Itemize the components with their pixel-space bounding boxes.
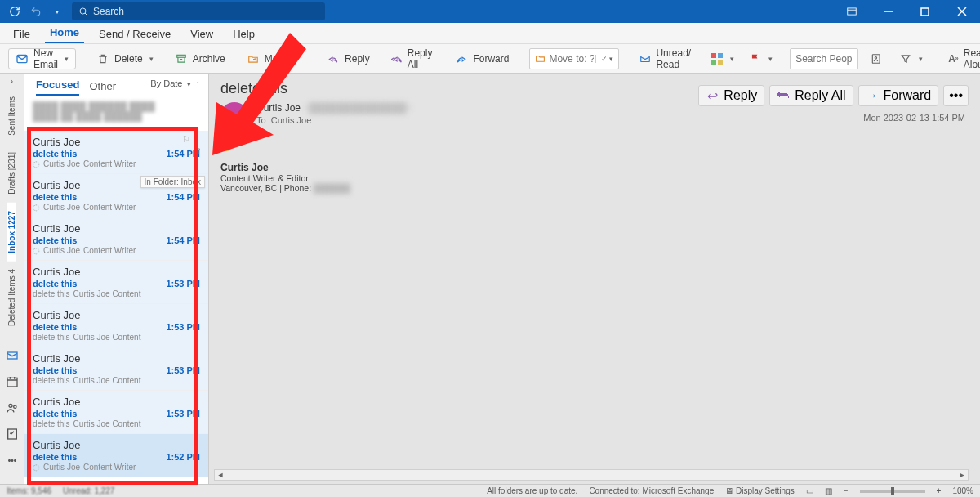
- menu-send-receive[interactable]: Send / Receive: [94, 25, 176, 43]
- message-time: 1:54 PM: [166, 192, 200, 202]
- mail-icon: [16, 52, 29, 65]
- reading-horizontal-scrollbar[interactable]: ◄►: [214, 469, 969, 481]
- message-item[interactable]: Curtis Joedelete this1:52 PM◌Curtis Joe …: [24, 434, 208, 477]
- message-subject: delete this: [33, 365, 77, 375]
- message-item[interactable]: Curtis Joedelete this1:53 PMdelete this …: [24, 391, 208, 434]
- global-search[interactable]: [72, 2, 325, 20]
- sync-icon[interactable]: [7, 3, 23, 20]
- more-modules-icon[interactable]: •••: [5, 453, 20, 468]
- message-item[interactable]: Curtis Joedelete this1:53 PMdelete this …: [24, 261, 208, 304]
- todo-module-icon[interactable]: [5, 427, 20, 441]
- view-normal-icon[interactable]: ▭: [806, 486, 813, 495]
- rp-subject: delete this: [220, 80, 969, 97]
- message-preview: ◌Curtis Joe Content Writer: [33, 246, 200, 255]
- message-time: 1:53 PM: [166, 409, 200, 419]
- svg-point-14: [875, 56, 876, 58]
- flag-icon[interactable]: ⚐: [182, 134, 190, 145]
- message-item[interactable]: Curtis Joedelete this1:54 PM◌Curtis Joe …: [24, 217, 208, 261]
- zoom-out-icon[interactable]: −: [844, 486, 849, 495]
- flag-button[interactable]: ▾: [745, 48, 777, 69]
- address-book-button[interactable]: [865, 48, 888, 69]
- svg-point-22: [14, 405, 16, 408]
- message-item[interactable]: Curtis Joedelete this1:53 PMdelete this …: [24, 347, 208, 391]
- move-button[interactable]: Move▾: [239, 48, 306, 69]
- forward-icon: [455, 52, 468, 65]
- folder-tooltip: In Folder: Inbox: [140, 176, 205, 188]
- message-list-pane: Focused Other By Date ▾ ↑ ████ ████ ████…: [24, 74, 209, 484]
- qat-dropdown-icon[interactable]: ▾: [49, 3, 65, 20]
- reading-pane: ↩Reply ⮪Reply All →Forward ••• Mon 2023-…: [209, 74, 980, 484]
- delete-icon[interactable]: 🗑: [193, 146, 202, 155]
- reply-button[interactable]: Reply: [319, 48, 377, 69]
- global-search-input[interactable]: [93, 6, 318, 17]
- message-preview: ◌Curtis Joe Content Writer: [33, 159, 200, 168]
- window-close-icon[interactable]: [943, 0, 980, 23]
- archive-button[interactable]: Archive: [167, 48, 233, 69]
- new-email-button[interactable]: New Email▾: [8, 48, 76, 69]
- message-item[interactable]: Curtis Joedelete this1:53 PMdelete this …: [24, 304, 208, 347]
- move-label: Move: [265, 53, 288, 65]
- tab-other[interactable]: Other: [89, 80, 116, 96]
- window-maximize-icon[interactable]: [906, 0, 943, 23]
- tab-focused[interactable]: Focused: [36, 78, 79, 96]
- sender-avatar: [220, 102, 248, 130]
- menu-file[interactable]: File: [8, 25, 35, 43]
- sort-by-date[interactable]: By Date ▾: [150, 78, 190, 88]
- svg-rect-20: [7, 378, 17, 387]
- message-from: Curtis Joe: [33, 439, 200, 451]
- view-reading-icon[interactable]: ▥: [825, 486, 832, 495]
- scroll-left-icon[interactable]: ◄: [215, 471, 226, 479]
- rp-timestamp: Mon 2023-02-13 1:54 PM: [863, 113, 965, 123]
- title-bar: ▾: [0, 0, 980, 23]
- ribbon: New Email▾ Delete▾ Archive Move▾ Reply R…: [0, 44, 980, 74]
- vtab-drafts[interactable]: Drafts [231]: [7, 144, 16, 203]
- message-item[interactable]: Curtis Joedelete this1:54 PM◌Curtis Joe …: [24, 174, 208, 217]
- reply-all-button[interactable]: Reply All: [384, 48, 442, 69]
- people-module-icon[interactable]: [5, 401, 20, 415]
- move-to-combo[interactable]: ✓▾: [529, 48, 619, 69]
- message-item[interactable]: Curtis Joedelete this1:54 PM◌Curtis Joe …: [24, 131, 208, 174]
- search-people[interactable]: [790, 48, 858, 69]
- unread-read-label: Unread/ Read: [656, 47, 693, 70]
- search-people-input[interactable]: [795, 53, 853, 65]
- zoom-slider[interactable]: [860, 490, 925, 493]
- move-to-field[interactable]: [549, 53, 594, 65]
- unread-read-button[interactable]: Unread/ Read: [632, 48, 700, 69]
- mail-module-icon[interactable]: [5, 348, 20, 363]
- reply-icon: [327, 52, 340, 65]
- zoom-in-icon[interactable]: +: [937, 486, 942, 495]
- menu-home[interactable]: Home: [45, 23, 84, 43]
- message-subject: delete this: [33, 235, 77, 245]
- forward-button[interactable]: Forward: [448, 48, 516, 69]
- ribbon-options-icon[interactable]: [833, 0, 870, 23]
- vtab-deleted[interactable]: Deleted Items 4: [7, 261, 16, 334]
- delete-button[interactable]: Delete▾: [89, 48, 161, 69]
- speaker-icon: A»: [948, 52, 959, 65]
- message-preview: ◌Curtis Joe Content Writer: [33, 203, 200, 212]
- vtab-sent[interactable]: Sent Items: [7, 88, 16, 144]
- categories-icon: [710, 52, 724, 65]
- reply-status-icon: ◌: [33, 203, 40, 212]
- message-from: Curtis Joe: [33, 352, 200, 365]
- filter-button[interactable]: ▾: [894, 48, 928, 69]
- reply-status-icon: ◌: [33, 463, 40, 472]
- undo-icon[interactable]: [28, 3, 44, 20]
- address-book-icon: [870, 52, 883, 65]
- window-minimize-icon[interactable]: [870, 0, 906, 23]
- signature-name: Curtis Joe: [220, 162, 969, 173]
- status-connection: Connected to: Microsoft Exchange: [589, 486, 714, 495]
- display-settings-button[interactable]: 🖥 Display Settings: [725, 486, 794, 495]
- calendar-module-icon[interactable]: [5, 374, 20, 389]
- expand-nav-icon[interactable]: ›: [0, 74, 24, 88]
- categorize-button[interactable]: ▾: [706, 48, 738, 69]
- read-aloud-button[interactable]: A» Read Aloud: [941, 48, 980, 69]
- vtab-inbox[interactable]: Inbox 1227: [7, 203, 16, 262]
- menu-view[interactable]: View: [185, 25, 218, 43]
- menu-help[interactable]: Help: [228, 25, 260, 43]
- archive-label: Archive: [193, 53, 225, 65]
- message-time: 1:52 PM: [166, 452, 200, 462]
- rp-body: Curtis Joe Content Writer & Editor Vanco…: [209, 133, 980, 199]
- scroll-right-icon[interactable]: ►: [956, 471, 968, 479]
- sort-direction-icon[interactable]: ↑: [196, 78, 201, 88]
- message-preview: ◌Curtis Joe Content Writer: [33, 463, 200, 472]
